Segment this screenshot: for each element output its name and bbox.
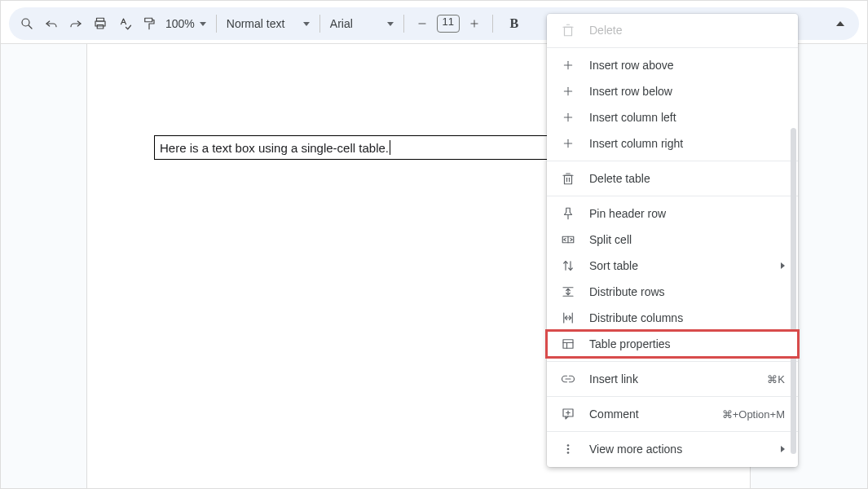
- menu-insert-col-right[interactable]: Insert column right: [547, 130, 798, 156]
- svg-rect-10: [565, 27, 572, 36]
- svg-rect-37: [563, 340, 573, 349]
- menu-view-more-actions[interactable]: View more actions: [547, 436, 798, 462]
- svg-line-1: [29, 25, 32, 29]
- font-name: Arial: [330, 17, 353, 30]
- bold-button[interactable]: B: [504, 16, 524, 31]
- svg-rect-4: [97, 25, 104, 29]
- svg-point-0: [22, 19, 29, 26]
- menu-separator: [547, 396, 798, 397]
- styles-dropdown[interactable]: Normal text: [223, 17, 313, 30]
- menu-distribute-columns[interactable]: Distribute columns: [547, 305, 798, 331]
- menu-insert-col-left[interactable]: Insert column left: [547, 104, 798, 130]
- menu-label: Pin header row: [589, 207, 785, 220]
- menu-shortcut: ⌘K: [767, 373, 785, 385]
- separator: [492, 15, 493, 33]
- zoom-value: 100%: [165, 17, 195, 30]
- menu-insert-row-above[interactable]: Insert row above: [547, 52, 798, 78]
- spellcheck-button[interactable]: [113, 12, 136, 35]
- menu-separator: [547, 161, 798, 161]
- trash-icon: [560, 170, 576, 187]
- menu-table-properties[interactable]: Table properties: [547, 331, 798, 357]
- menu-label: Sort table: [589, 259, 785, 272]
- caret-down-icon: [387, 22, 394, 26]
- separator: [403, 15, 404, 33]
- text-cursor: [390, 140, 390, 155]
- separator: [319, 15, 320, 33]
- paint-format-button[interactable]: [138, 12, 161, 35]
- collapse-toolbar-button[interactable]: [828, 11, 853, 36]
- undo-button[interactable]: [40, 12, 63, 35]
- distribute-rows-icon: [560, 284, 576, 300]
- font-dropdown[interactable]: Arial: [327, 17, 397, 30]
- caret-down-icon: [200, 22, 206, 26]
- menu-pin-header-row[interactable]: Pin header row: [547, 200, 798, 227]
- sort-icon: [560, 258, 576, 274]
- svg-rect-6: [145, 18, 152, 22]
- menu-separator: [547, 431, 798, 432]
- submenu-arrow-icon: [781, 262, 785, 269]
- cell-text: Here is a text box using a single-cell t…: [160, 141, 389, 155]
- menu-label: Split cell: [589, 233, 785, 246]
- plus-icon: [560, 109, 576, 126]
- menu-label: Delete: [589, 24, 785, 37]
- pin-icon: [560, 205, 576, 222]
- context-menu: Delete Insert row above Insert row below…: [547, 14, 798, 467]
- print-button[interactable]: [89, 12, 112, 35]
- font-size-input[interactable]: 11: [437, 15, 460, 33]
- style-name: Normal text: [227, 17, 285, 30]
- menu-label: Delete table: [589, 172, 785, 185]
- menu-label: Table properties: [589, 337, 785, 350]
- svg-point-46: [567, 452, 570, 454]
- menu-sort-table[interactable]: Sort table: [547, 253, 798, 279]
- menu-shortcut: ⌘+Option+M: [722, 408, 785, 421]
- menu-label: Insert row above: [589, 59, 785, 72]
- menu-label: Insert column right: [589, 137, 785, 150]
- svg-point-44: [567, 444, 570, 447]
- menu-separator: [547, 361, 798, 362]
- separator: [216, 15, 217, 33]
- menu-distribute-rows[interactable]: Distribute rows: [547, 279, 798, 305]
- scroll-thumb[interactable]: [791, 128, 796, 454]
- menu-insert-row-below[interactable]: Insert row below: [547, 78, 798, 104]
- font-size-control: 11: [411, 12, 486, 35]
- increase-font-button[interactable]: [463, 12, 486, 35]
- menu-label: Distribute rows: [589, 285, 785, 298]
- menu-label: View more actions: [589, 443, 785, 456]
- menu-label: Distribute columns: [589, 311, 785, 324]
- distribute-columns-icon: [560, 310, 576, 326]
- menu-comment[interactable]: Comment ⌘+Option+M: [547, 401, 798, 427]
- table-icon: [560, 336, 576, 352]
- menu-insert-link[interactable]: Insert link ⌘K: [547, 366, 798, 392]
- link-icon: [560, 371, 576, 387]
- menu-delete-table[interactable]: Delete table: [547, 165, 798, 192]
- menu-label: Insert column left: [589, 111, 785, 124]
- plus-icon: [560, 135, 576, 152]
- menu-label: Insert link: [589, 372, 754, 385]
- redo-button[interactable]: [64, 12, 87, 35]
- more-vertical-icon: [560, 441, 576, 457]
- trash-icon: [560, 22, 576, 38]
- menu-delete[interactable]: Delete: [547, 17, 798, 43]
- decrease-font-button[interactable]: [411, 12, 434, 35]
- plus-icon: [560, 83, 576, 99]
- comment-icon: [560, 406, 576, 422]
- menu-separator: [547, 47, 798, 48]
- caret-down-icon: [303, 22, 310, 26]
- zoom-dropdown[interactable]: 100%: [162, 17, 209, 30]
- search-icon[interactable]: [15, 12, 38, 35]
- submenu-arrow-icon: [781, 446, 785, 452]
- chevron-up-icon: [836, 21, 844, 26]
- svg-point-45: [567, 448, 570, 451]
- menu-split-cell[interactable]: Split cell: [547, 227, 798, 253]
- menu-separator: [547, 196, 798, 196]
- plus-icon: [560, 57, 576, 73]
- menu-scrollbar[interactable]: [791, 128, 796, 454]
- menu-label: Insert row below: [589, 85, 785, 98]
- svg-rect-21: [565, 175, 572, 184]
- split-cell-icon: [560, 231, 576, 248]
- menu-label: Comment: [589, 408, 709, 421]
